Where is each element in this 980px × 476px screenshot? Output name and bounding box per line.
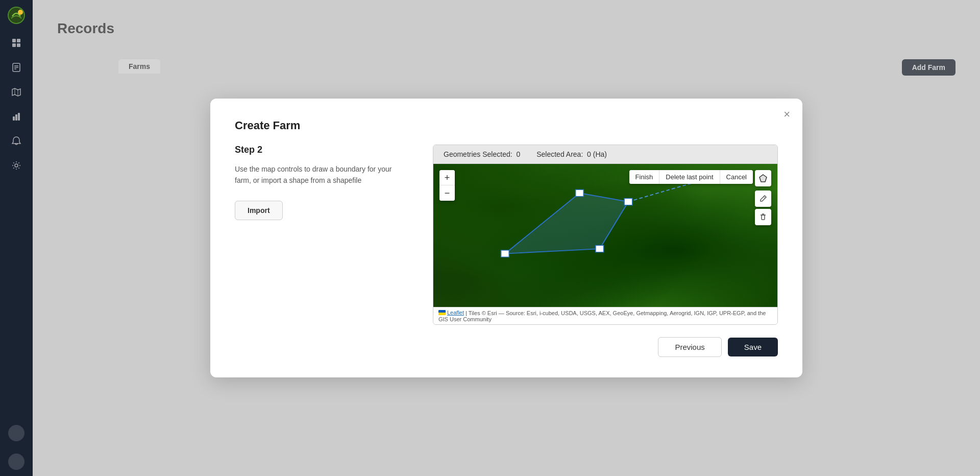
svg-rect-14	[18, 113, 20, 121]
user-avatar-1[interactable]	[8, 425, 24, 441]
map-drawing-svg	[433, 164, 777, 307]
svg-rect-4	[12, 43, 16, 47]
svg-rect-5	[17, 43, 20, 47]
modal-footer: Previous Save	[235, 337, 778, 357]
modal-right-panel: Geometries Selected: 0 Selected Area: 0 …	[433, 145, 778, 325]
vertex-3[interactable]	[596, 245, 604, 252]
drawing-toolbar: Finish Delete last point Cancel	[629, 170, 753, 184]
map-attribution: Leaflet | Tiles © Esri — Source: Esri, i…	[433, 307, 777, 324]
dashboard-nav-icon[interactable]	[6, 33, 27, 53]
map-area[interactable]: + − Finish Delete last point Cancel	[433, 164, 777, 307]
selected-area-label: Selected Area: 0 (Ha)	[536, 150, 607, 158]
main-content: Records Farms Add Farm × Create Farm Ste…	[33, 0, 980, 476]
leaflet-link[interactable]: Leaflet	[447, 310, 464, 316]
svg-point-1	[18, 10, 23, 15]
delete-polygon-button[interactable]	[755, 209, 771, 225]
ukraine-flag	[438, 310, 446, 315]
polygon-tool-button[interactable]	[755, 170, 771, 186]
sidebar	[0, 0, 33, 476]
finish-drawing-button[interactable]: Finish	[629, 170, 660, 184]
step-description: Use the map controls to draw a boundary …	[235, 163, 408, 186]
zoom-in-button[interactable]: +	[439, 170, 455, 185]
map-container: Geometries Selected: 0 Selected Area: 0 …	[433, 145, 778, 325]
modal-overlay: × Create Farm Step 2 Use the map control…	[33, 0, 980, 476]
svg-line-17	[764, 197, 765, 198]
map-header: Geometries Selected: 0 Selected Area: 0 …	[433, 145, 777, 164]
import-button[interactable]: Import	[235, 201, 283, 220]
cancel-drawing-button[interactable]: Cancel	[720, 170, 753, 184]
svg-point-15	[15, 164, 18, 167]
previous-button[interactable]: Previous	[658, 337, 721, 357]
modal-close-button[interactable]: ×	[783, 109, 790, 120]
save-button[interactable]: Save	[728, 338, 778, 356]
svg-rect-18	[762, 215, 765, 220]
user-avatar-2[interactable]	[8, 454, 24, 470]
edit-polygon-button[interactable]	[755, 191, 771, 207]
attribution-text: | Tiles © Esri — Source: Esri, i-cubed, …	[438, 310, 766, 322]
drawn-polygon	[505, 193, 628, 254]
svg-rect-2	[12, 39, 16, 42]
svg-rect-13	[15, 114, 17, 121]
map-tools	[755, 191, 771, 225]
modal-left-panel: Step 2 Use the map controls to draw a bo…	[235, 145, 408, 325]
modal-title: Create Farm	[235, 119, 778, 132]
zoom-out-button[interactable]: −	[439, 185, 455, 201]
map-zoom-controls: + −	[439, 170, 455, 201]
svg-rect-3	[17, 39, 20, 42]
records-nav-icon[interactable]	[6, 57, 27, 78]
svg-marker-16	[760, 175, 767, 182]
vertex-1[interactable]	[576, 189, 584, 196]
notification-nav-icon[interactable]	[6, 131, 27, 151]
vertex-4[interactable]	[501, 250, 509, 257]
step-label: Step 2	[235, 145, 408, 155]
geometries-label: Geometries Selected: 0	[444, 150, 520, 158]
vertex-2[interactable]	[624, 198, 632, 205]
app-logo[interactable]	[7, 6, 26, 25]
modal-body: Step 2 Use the map controls to draw a bo…	[235, 145, 778, 325]
settings-nav-icon[interactable]	[6, 155, 27, 176]
svg-rect-12	[13, 116, 15, 121]
create-farm-modal: × Create Farm Step 2 Use the map control…	[210, 99, 802, 377]
map-nav-icon[interactable]	[6, 82, 27, 102]
chart-nav-icon[interactable]	[6, 106, 27, 127]
delete-last-point-button[interactable]: Delete last point	[659, 170, 720, 184]
